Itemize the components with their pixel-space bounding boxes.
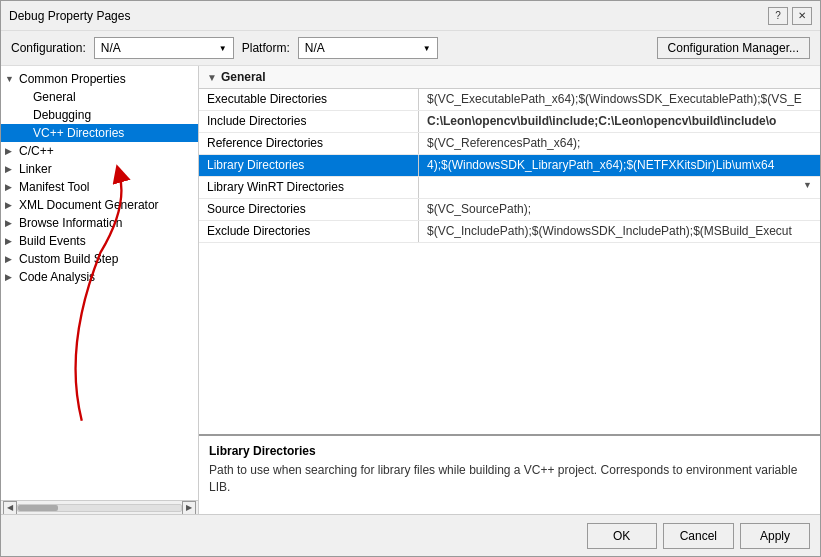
ok-button[interactable]: OK — [587, 523, 657, 549]
properties-header-label: General — [221, 70, 266, 84]
prop-row-exclude-dirs[interactable]: Exclude Directories $(VC_IncludePath);$(… — [199, 221, 820, 243]
prop-row-reference-dirs[interactable]: Reference Directories $(VC_ReferencesPat… — [199, 133, 820, 155]
tree-item-label: Browse Information — [19, 216, 122, 230]
platform-combo[interactable]: N/A ▼ — [298, 37, 438, 59]
expand-icon: ▶ — [5, 182, 19, 192]
tree-item-linker[interactable]: ▶ Linker — [1, 160, 198, 178]
prop-name: Library Directories — [199, 155, 419, 176]
tree-item-common-properties[interactable]: ▼ Common Properties — [1, 70, 198, 88]
platform-value: N/A — [305, 41, 325, 55]
help-button[interactable]: ? — [768, 7, 788, 25]
bottom-bar: OK Cancel Apply — [1, 514, 820, 556]
tree-item-general[interactable]: General — [1, 88, 198, 106]
scroll-left-btn[interactable]: ◀ — [3, 501, 17, 515]
config-combo[interactable]: N/A ▼ — [94, 37, 234, 59]
expand-icon: ▶ — [5, 236, 19, 246]
prop-name: Library WinRT Directories — [199, 177, 419, 198]
prop-row-library-winrt-dirs[interactable]: Library WinRT Directories ▼ — [199, 177, 820, 199]
properties-table: Executable Directories $(VC_ExecutablePa… — [199, 89, 820, 434]
prop-row-executable-dirs[interactable]: Executable Directories $(VC_ExecutablePa… — [199, 89, 820, 111]
scroll-right-btn[interactable]: ▶ — [182, 501, 196, 515]
collapse-icon: ▼ — [207, 72, 217, 83]
horizontal-scrollbar[interactable]: ◀ ▶ — [1, 500, 198, 514]
edit-dropdown[interactable]: ▼ — [427, 180, 812, 190]
right-panel: ▼ General Executable Directories $(VC_Ex… — [199, 66, 820, 514]
tree-item-code-analysis[interactable]: ▶ Code Analysis — [1, 268, 198, 286]
prop-name: Include Directories — [199, 111, 419, 132]
tree-item-label: Debugging — [33, 108, 91, 122]
platform-dropdown-arrow: ▼ — [423, 44, 431, 53]
scroll-thumb — [18, 505, 58, 511]
dropdown-arrow-icon: ▼ — [803, 180, 812, 190]
prop-value-text: 4);$(WindowsSDK_LibraryPath_x64);$(NETFX… — [427, 158, 774, 172]
platform-label: Platform: — [242, 41, 290, 55]
expand-icon: ▶ — [5, 164, 19, 174]
title-bar: Debug Property Pages ? ✕ — [1, 1, 820, 31]
tree-item-label: Custom Build Step — [19, 252, 118, 266]
debug-property-pages-dialog: Debug Property Pages ? ✕ Configuration: … — [0, 0, 821, 557]
tree-item-label: Linker — [19, 162, 52, 176]
prop-value-text: $(VC_IncludePath);$(WindowsSDK_IncludePa… — [427, 224, 792, 238]
prop-value: 4);$(WindowsSDK_LibraryPath_x64);$(NETFX… — [419, 155, 820, 176]
tree-item-c-cpp[interactable]: ▶ C/C++ — [1, 142, 198, 160]
info-text: Path to use when searching for library f… — [209, 462, 810, 496]
config-dropdown-arrow: ▼ — [219, 44, 227, 53]
close-button[interactable]: ✕ — [792, 7, 812, 25]
prop-value: ▼ — [419, 177, 820, 198]
title-bar-controls: ? ✕ — [768, 7, 812, 25]
prop-value: $(VC_ReferencesPath_x64); — [419, 133, 820, 154]
tree-item-xml-document-generator[interactable]: ▶ XML Document Generator — [1, 196, 198, 214]
apply-button[interactable]: Apply — [740, 523, 810, 549]
left-panel: ▼ Common Properties General Debugging VC… — [1, 66, 199, 514]
tree-item-debugging[interactable]: Debugging — [1, 106, 198, 124]
config-row: Configuration: N/A ▼ Platform: N/A ▼ Con… — [1, 31, 820, 66]
prop-name: Exclude Directories — [199, 221, 419, 242]
tree-item-build-events[interactable]: ▶ Build Events — [1, 232, 198, 250]
info-title: Library Directories — [209, 444, 810, 458]
tree-item-custom-build-step[interactable]: ▶ Custom Build Step — [1, 250, 198, 268]
expand-icon: ▶ — [5, 146, 19, 156]
tree-view: ▼ Common Properties General Debugging VC… — [1, 66, 198, 500]
tree-item-label: Common Properties — [19, 72, 126, 86]
prop-value-text: $(VC_ReferencesPath_x64); — [427, 136, 580, 150]
properties-header: ▼ General — [199, 66, 820, 89]
tree-item-label: VC++ Directories — [33, 126, 124, 140]
config-manager-button[interactable]: Configuration Manager... — [657, 37, 810, 59]
expand-icon: ▼ — [5, 74, 19, 84]
prop-value: $(VC_SourcePath); — [419, 199, 820, 220]
tree-item-label: General — [33, 90, 76, 104]
prop-value: $(VC_ExecutablePath_x64);$(WindowsSDK_Ex… — [419, 89, 820, 110]
prop-value: C:\Leon\opencv\build\include;C:\Leon\ope… — [419, 111, 820, 132]
prop-row-include-dirs[interactable]: Include Directories C:\Leon\opencv\build… — [199, 111, 820, 133]
prop-value-text: C:\Leon\opencv\build\include;C:\Leon\ope… — [427, 114, 776, 128]
prop-name: Reference Directories — [199, 133, 419, 154]
tree-item-label: Build Events — [19, 234, 86, 248]
config-label: Configuration: — [11, 41, 86, 55]
tree-item-browse-information[interactable]: ▶ Browse Information — [1, 214, 198, 232]
prop-name: Source Directories — [199, 199, 419, 220]
expand-icon: ▶ — [5, 200, 19, 210]
scroll-track[interactable] — [17, 504, 182, 512]
prop-value-text: $(VC_SourcePath); — [427, 202, 531, 216]
tree-item-label: Code Analysis — [19, 270, 95, 284]
tree-item-label: XML Document Generator — [19, 198, 159, 212]
expand-icon: ▶ — [5, 272, 19, 282]
config-value: N/A — [101, 41, 121, 55]
info-panel: Library Directories Path to use when sea… — [199, 434, 820, 514]
expand-icon: ▶ — [5, 218, 19, 228]
prop-row-source-dirs[interactable]: Source Directories $(VC_SourcePath); — [199, 199, 820, 221]
main-content: ▼ Common Properties General Debugging VC… — [1, 66, 820, 514]
tree-item-manifest-tool[interactable]: ▶ Manifest Tool — [1, 178, 198, 196]
prop-value: $(VC_IncludePath);$(WindowsSDK_IncludePa… — [419, 221, 820, 242]
prop-name: Executable Directories — [199, 89, 419, 110]
tree-item-label: Manifest Tool — [19, 180, 89, 194]
dialog-title: Debug Property Pages — [9, 9, 130, 23]
tree-item-label: C/C++ — [19, 144, 54, 158]
prop-value-text: $(VC_ExecutablePath_x64);$(WindowsSDK_Ex… — [427, 92, 802, 106]
cancel-button[interactable]: Cancel — [663, 523, 734, 549]
tree-item-vc-directories[interactable]: VC++ Directories — [1, 124, 198, 142]
prop-row-library-dirs[interactable]: Library Directories 4);$(WindowsSDK_Libr… — [199, 155, 820, 177]
expand-icon: ▶ — [5, 254, 19, 264]
